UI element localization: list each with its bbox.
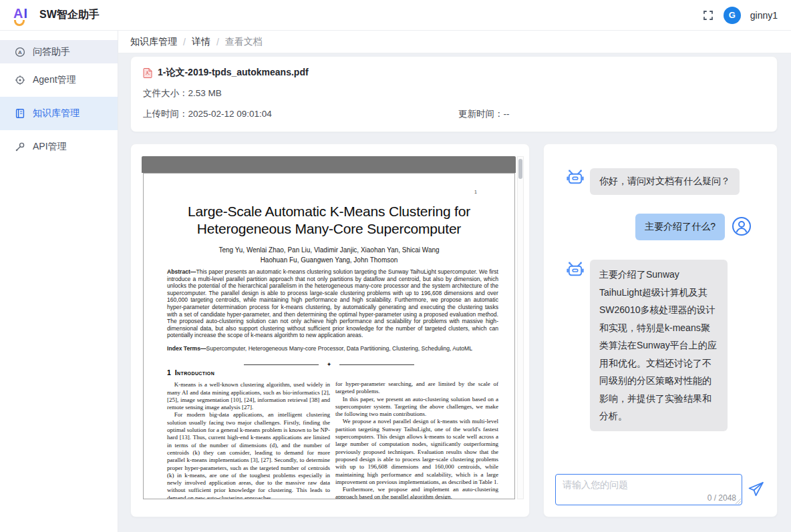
upload-time-label: 上传时间：	[143, 109, 188, 119]
sidebar-item-api-management[interactable]: API管理	[0, 130, 118, 164]
paper-abstract: Abstract—This paper presents an automati…	[167, 268, 498, 352]
send-icon[interactable]	[746, 480, 765, 499]
bot-message-answer: 主要介绍了Sunway TaihuLight超级计算机及其SW26010多核处理…	[590, 260, 728, 431]
sidebar-item-knowledge-base[interactable]: 知识库管理	[0, 97, 118, 130]
diamond-glyph: ✦	[327, 362, 332, 368]
api-icon	[15, 142, 25, 152]
file-name: 1-论文-2019-tpds_autokmeans.pdf	[158, 67, 309, 79]
breadcrumb-item-detail[interactable]: 详情	[192, 36, 210, 48]
file-size-row: 文件大小：2.53 MB	[143, 87, 458, 99]
upload-time-value: 2025-02-12 09:01:04	[188, 109, 272, 119]
update-time-label: 更新时间：	[458, 109, 504, 119]
breadcrumb: 知识库管理 / 详情 / 查看文档	[118, 31, 791, 53]
char-counter: 0 / 2048	[707, 493, 736, 503]
sidebar-item-label: API管理	[33, 141, 67, 153]
pdf-viewer: 1 Large-Scale Automatic K-Means Clusteri…	[142, 156, 524, 499]
paper-index-terms: Index Terms—Supercomputer, Heterogeneous…	[167, 345, 498, 352]
file-size-value: 2.53 MB	[188, 88, 222, 98]
paper-paragraph: For modern big-data applications, an int…	[167, 411, 330, 499]
sidebar-item-label: 问答助手	[33, 46, 70, 58]
app-title: SW智企助手	[39, 8, 100, 22]
bot-message-greeting: 你好，请问对文档有什么疑问？	[590, 168, 740, 195]
paper-paragraph: We propose a novel parallel design of k-…	[335, 418, 498, 486]
paper-authors: Teng Yu, Wenlai Zhao, Pan Liu, Vladimir …	[144, 245, 514, 265]
sidebar: A 问答助手 Agent管理 知识库管理 API管理	[0, 31, 118, 532]
section-heading: 1 Introduction	[167, 369, 330, 376]
pdf-scrollbar[interactable]	[517, 156, 524, 499]
update-time-value: --	[504, 109, 510, 119]
paper-column-right: for hyper-parameter searching, and are l…	[335, 369, 498, 499]
main-content: 知识库管理 / 详情 / 查看文档 1-论文-2019-tpds_autokme…	[118, 31, 791, 532]
breadcrumb-item-knowledge-base[interactable]: 知识库管理	[130, 36, 177, 48]
chat-panel: 你好，请问对文档有什么疑问？ 主要介绍了什么? 主要介绍了Sunway Taih…	[543, 144, 778, 517]
app-logo-icon: AI	[13, 6, 33, 25]
pdf-page: 1 Large-Scale Automatic K-Means Clusteri…	[143, 173, 515, 499]
abstract-label: Abstract—	[167, 268, 196, 275]
section-divider: ✦	[144, 362, 514, 368]
file-info-card: 1-论文-2019-tpds_autokmeans.pdf 文件大小：2.53 …	[130, 56, 778, 132]
pdf-file-icon	[143, 67, 153, 78]
agent-icon	[15, 75, 25, 85]
paper-title: Large-Scale Automatic K-Means Clustering…	[144, 203, 514, 238]
breadcrumb-item-view-document: 查看文档	[225, 36, 263, 48]
breadcrumb-separator: /	[216, 37, 219, 47]
sidebar-item-label: 知识库管理	[33, 107, 80, 119]
pdf-scrollbar-thumb[interactable]	[518, 159, 522, 179]
sidebar-item-agent-management[interactable]: Agent管理	[0, 63, 118, 97]
robot-icon	[566, 168, 585, 187]
file-size-label: 文件大小：	[143, 88, 188, 98]
knowledge-base-icon	[15, 108, 25, 119]
upload-time-row: 上传时间：2025-02-12 09:01:04	[143, 108, 458, 120]
pdf-preview-card: 1 Large-Scale Automatic K-Means Clusteri…	[130, 144, 530, 517]
sidebar-item-label: Agent管理	[33, 74, 76, 86]
fullscreen-icon[interactable]	[702, 9, 714, 21]
app-header: AI SW智企助手 G ginny1	[0, 0, 791, 31]
breadcrumb-separator: /	[183, 37, 186, 47]
user-avatar-icon	[732, 216, 752, 236]
user-avatar[interactable]: G	[724, 7, 741, 24]
paper-paragraph: K-means is a well-known clustering algor…	[167, 381, 330, 411]
sidebar-item-qa-assistant[interactable]: A 问答助手	[0, 40, 118, 63]
paper-paragraph: Furthermore, we propose and implement an…	[335, 486, 498, 499]
update-time-row: 更新时间：--	[458, 108, 510, 120]
robot-icon	[566, 260, 585, 279]
index-terms-label: Index Terms—	[167, 345, 206, 352]
page-number: 1	[474, 190, 477, 194]
paper-paragraph: for hyper-parameter searching, and are l…	[335, 380, 498, 396]
qa-assistant-icon: A	[15, 47, 25, 57]
user-message-question: 主要介绍了什么?	[635, 214, 725, 240]
svg-text:A: A	[18, 49, 22, 55]
question-input-wrapper: 0 / 2048	[555, 474, 742, 505]
user-name: ginny1	[750, 10, 778, 21]
pdf-viewer-toolbar	[142, 156, 516, 173]
paper-column-left: 1 Introduction K-means is a well-known c…	[167, 369, 330, 499]
paper-paragraph: In this paper, we present an auto-cluste…	[335, 396, 498, 419]
